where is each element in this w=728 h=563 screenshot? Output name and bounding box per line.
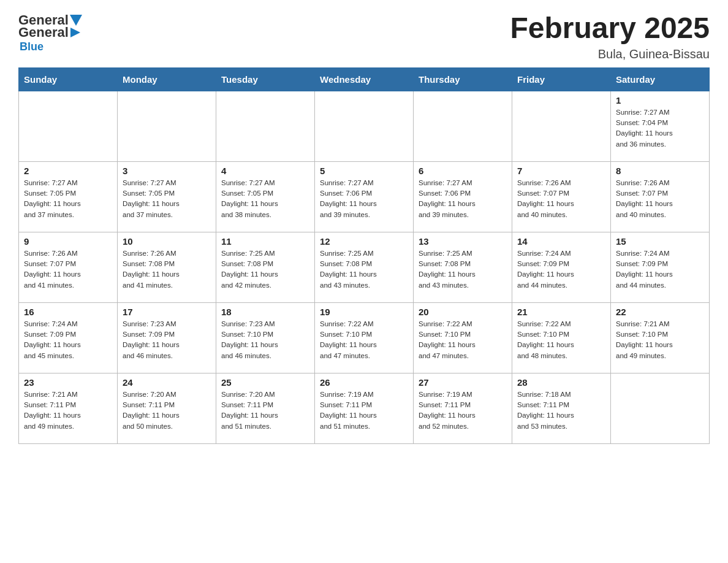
header-thursday: Thursday — [414, 67, 512, 91]
calendar-cell: 4Sunrise: 7:27 AM Sunset: 7:05 PM Daylig… — [216, 161, 315, 232]
day-number: 11 — [221, 236, 309, 247]
calendar-cell: 26Sunrise: 7:19 AM Sunset: 7:11 PM Dayli… — [315, 373, 414, 443]
calendar-location: Bula, Guinea-Bissau — [510, 47, 710, 61]
calendar-cell — [315, 91, 414, 161]
day-number: 13 — [419, 236, 507, 247]
calendar-cell: 25Sunrise: 7:20 AM Sunset: 7:11 PM Dayli… — [216, 373, 315, 443]
calendar-cell: 21Sunrise: 7:22 AM Sunset: 7:10 PM Dayli… — [512, 302, 611, 373]
header-sunday: Sunday — [19, 67, 118, 91]
day-number: 8 — [616, 166, 704, 176]
calendar-cell — [19, 91, 118, 161]
calendar-cell: 3Sunrise: 7:27 AM Sunset: 7:05 PM Daylig… — [118, 161, 216, 232]
day-number: 7 — [517, 166, 605, 176]
logo-triangle-icon — [70, 15, 82, 26]
calendar-cell: 19Sunrise: 7:22 AM Sunset: 7:10 PM Dayli… — [315, 302, 414, 373]
calendar-cell: 6Sunrise: 7:27 AM Sunset: 7:06 PM Daylig… — [414, 161, 512, 232]
calendar-cell: 24Sunrise: 7:20 AM Sunset: 7:11 PM Dayli… — [118, 373, 216, 443]
day-info: Sunrise: 7:23 AM Sunset: 7:10 PM Dayligh… — [221, 319, 309, 361]
day-number: 9 — [24, 236, 112, 247]
day-info: Sunrise: 7:22 AM Sunset: 7:10 PM Dayligh… — [320, 319, 408, 361]
day-info: Sunrise: 7:26 AM Sunset: 7:07 PM Dayligh… — [517, 178, 605, 220]
day-info: Sunrise: 7:24 AM Sunset: 7:09 PM Dayligh… — [24, 319, 112, 361]
calendar-cell — [512, 91, 611, 161]
day-number: 3 — [123, 166, 211, 176]
calendar-header-row: Sunday Monday Tuesday Wednesday Thursday… — [19, 67, 710, 91]
logo: General General Blue — [18, 12, 83, 53]
day-number: 6 — [419, 166, 507, 176]
day-info: Sunrise: 7:25 AM Sunset: 7:08 PM Dayligh… — [419, 248, 507, 291]
calendar-cell: 27Sunrise: 7:19 AM Sunset: 7:11 PM Dayli… — [414, 373, 512, 443]
logo-blue-text: Blue — [20, 40, 44, 53]
day-number: 5 — [320, 166, 408, 176]
day-info: Sunrise: 7:22 AM Sunset: 7:10 PM Dayligh… — [517, 319, 605, 361]
calendar-cell: 9Sunrise: 7:26 AM Sunset: 7:07 PM Daylig… — [19, 232, 118, 302]
calendar-week-row: 2Sunrise: 7:27 AM Sunset: 7:05 PM Daylig… — [19, 161, 710, 232]
calendar-table: Sunday Monday Tuesday Wednesday Thursday… — [18, 67, 710, 444]
day-info: Sunrise: 7:27 AM Sunset: 7:06 PM Dayligh… — [419, 178, 507, 220]
day-number: 12 — [320, 236, 408, 247]
calendar-cell — [216, 91, 315, 161]
day-number: 27 — [419, 377, 507, 388]
day-info: Sunrise: 7:26 AM Sunset: 7:07 PM Dayligh… — [24, 248, 112, 291]
day-info: Sunrise: 7:26 AM Sunset: 7:07 PM Dayligh… — [616, 178, 704, 220]
day-number: 26 — [320, 377, 408, 388]
day-info: Sunrise: 7:24 AM Sunset: 7:09 PM Dayligh… — [517, 248, 605, 291]
day-info: Sunrise: 7:19 AM Sunset: 7:11 PM Dayligh… — [419, 389, 507, 432]
day-number: 19 — [320, 307, 408, 317]
title-block: February 2025 Bula, Guinea-Bissau — [510, 12, 710, 61]
day-info: Sunrise: 7:18 AM Sunset: 7:11 PM Dayligh… — [517, 389, 605, 432]
day-info: Sunrise: 7:27 AM Sunset: 7:06 PM Dayligh… — [320, 178, 408, 220]
day-number: 25 — [221, 377, 309, 388]
day-number: 21 — [517, 307, 605, 317]
calendar-cell: 1Sunrise: 7:27 AM Sunset: 7:04 PM Daylig… — [611, 91, 710, 161]
day-number: 2 — [24, 166, 112, 176]
day-number: 24 — [123, 377, 211, 388]
day-info: Sunrise: 7:27 AM Sunset: 7:05 PM Dayligh… — [221, 178, 309, 220]
day-number: 18 — [221, 307, 309, 317]
calendar-cell: 2Sunrise: 7:27 AM Sunset: 7:05 PM Daylig… — [19, 161, 118, 232]
calendar-cell — [118, 91, 216, 161]
calendar-cell: 20Sunrise: 7:22 AM Sunset: 7:10 PM Dayli… — [414, 302, 512, 373]
day-info: Sunrise: 7:27 AM Sunset: 7:04 PM Dayligh… — [616, 107, 704, 150]
calendar-cell: 11Sunrise: 7:25 AM Sunset: 7:08 PM Dayli… — [216, 232, 315, 302]
calendar-cell: 22Sunrise: 7:21 AM Sunset: 7:10 PM Dayli… — [611, 302, 710, 373]
calendar-cell: 17Sunrise: 7:23 AM Sunset: 7:09 PM Dayli… — [118, 302, 216, 373]
day-info: Sunrise: 7:23 AM Sunset: 7:09 PM Dayligh… — [123, 319, 211, 361]
calendar-cell: 16Sunrise: 7:24 AM Sunset: 7:09 PM Dayli… — [19, 302, 118, 373]
svg-marker-0 — [70, 28, 80, 37]
day-number: 22 — [616, 307, 704, 317]
day-number: 4 — [221, 166, 309, 176]
day-info: Sunrise: 7:21 AM Sunset: 7:11 PM Dayligh… — [24, 389, 112, 432]
day-number: 14 — [517, 236, 605, 247]
calendar-cell: 13Sunrise: 7:25 AM Sunset: 7:08 PM Dayli… — [414, 232, 512, 302]
header-wednesday: Wednesday — [315, 67, 414, 91]
day-info: Sunrise: 7:25 AM Sunset: 7:08 PM Dayligh… — [221, 248, 309, 291]
calendar-cell: 7Sunrise: 7:26 AM Sunset: 7:07 PM Daylig… — [512, 161, 611, 232]
day-number: 20 — [419, 307, 507, 317]
calendar-cell: 14Sunrise: 7:24 AM Sunset: 7:09 PM Dayli… — [512, 232, 611, 302]
day-info: Sunrise: 7:26 AM Sunset: 7:08 PM Dayligh… — [123, 248, 211, 291]
logo-general-text2: General — [18, 25, 69, 40]
day-number: 16 — [24, 307, 112, 317]
calendar-cell: 28Sunrise: 7:18 AM Sunset: 7:11 PM Dayli… — [512, 373, 611, 443]
calendar-title: February 2025 — [510, 12, 710, 45]
calendar-week-row: 9Sunrise: 7:26 AM Sunset: 7:07 PM Daylig… — [19, 232, 710, 302]
calendar-cell: 15Sunrise: 7:24 AM Sunset: 7:09 PM Dayli… — [611, 232, 710, 302]
day-info: Sunrise: 7:22 AM Sunset: 7:10 PM Dayligh… — [419, 319, 507, 361]
calendar-cell — [414, 91, 512, 161]
calendar-cell — [611, 373, 710, 443]
day-info: Sunrise: 7:24 AM Sunset: 7:09 PM Dayligh… — [616, 248, 704, 291]
day-number: 23 — [24, 377, 112, 388]
logo-arrow-icon — [69, 26, 82, 39]
day-number: 17 — [123, 307, 211, 317]
page-header: General General Blue February 2025 Bula,… — [18, 12, 710, 61]
calendar-week-row: 1Sunrise: 7:27 AM Sunset: 7:04 PM Daylig… — [19, 91, 710, 161]
calendar-cell: 10Sunrise: 7:26 AM Sunset: 7:08 PM Dayli… — [118, 232, 216, 302]
header-monday: Monday — [118, 67, 216, 91]
day-info: Sunrise: 7:20 AM Sunset: 7:11 PM Dayligh… — [221, 389, 309, 432]
calendar-cell: 23Sunrise: 7:21 AM Sunset: 7:11 PM Dayli… — [19, 373, 118, 443]
calendar-week-row: 16Sunrise: 7:24 AM Sunset: 7:09 PM Dayli… — [19, 302, 710, 373]
day-info: Sunrise: 7:19 AM Sunset: 7:11 PM Dayligh… — [320, 389, 408, 432]
day-number: 15 — [616, 236, 704, 247]
day-info: Sunrise: 7:25 AM Sunset: 7:08 PM Dayligh… — [320, 248, 408, 291]
